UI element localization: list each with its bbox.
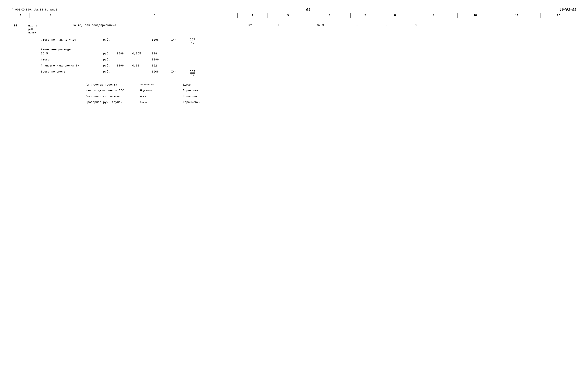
row-col8: - (385, 24, 415, 27)
th-4: 4 (237, 13, 267, 18)
row-col6: 82,9 (317, 24, 356, 27)
nakladnye-val-col9: I98 (152, 52, 171, 55)
nakladnye-header-row: Накладные расходы (41, 48, 576, 51)
vsego-row: Всего по смете руб. I508 I44 I67 67 (41, 70, 576, 77)
header-right: 19462-59 (560, 8, 576, 12)
itogo-pp-fraction: I67 67 (190, 38, 195, 45)
row-col7: - (356, 24, 385, 27)
th-3: 3 (71, 13, 237, 18)
th-7: 7 (351, 13, 380, 18)
signatures-block: Гл.инженер проекта ~~~~~~~~ Думан Нач. о… (12, 83, 576, 104)
vsego-unit: руб. (103, 70, 117, 73)
vsego-fraction: I67 67 (190, 70, 195, 77)
itogo-unit: руб. (103, 58, 117, 61)
page-header: Г 903-I-I99. Ал.I3.8, кн.2 –69– 19462-59 (12, 8, 576, 12)
header-center: –69– (304, 8, 313, 12)
th-6: 6 (309, 13, 351, 18)
row-reference: Ц.Iч.I р.Ш п.8I9 (28, 24, 72, 35)
itogo-pp-col11: I67 67 (185, 38, 200, 45)
sig-title-1: Гл.инженер проекта (86, 83, 140, 87)
th-8: 8 (380, 13, 410, 18)
header-left: Г 903-I-I99. Ал.I3.8, кн.2 (12, 8, 57, 11)
vsego-col9: I508 (152, 70, 171, 73)
planovye-col5: I396 (117, 64, 132, 68)
row-unit: шт. (249, 24, 278, 27)
sig-sign-3: Алин (140, 95, 183, 98)
row-number: I4 (14, 24, 28, 27)
content-area: I4 Ц.Iч.I р.Ш п.8I9 То же, для дождеприе… (12, 24, 576, 77)
sig-name-2: Ворожцова (183, 89, 199, 92)
th-2: 2 (29, 13, 71, 18)
table-header-row: 1 2 3 4 5 6 7 8 9 10 11 12 (12, 13, 576, 18)
summary-itogo-pp: Итого по п.п. I ÷ I4 руб. II98 I44 I67 6… (41, 38, 576, 45)
vsego-col11: I67 67 (185, 70, 200, 77)
sig-name-1: Думан (183, 83, 192, 87)
itogo-col9: I396 (152, 58, 171, 61)
th-9: 9 (410, 13, 457, 18)
sig-sign-4: Марис (140, 100, 183, 104)
row-col5: I (278, 24, 317, 27)
main-table: 1 2 3 4 5 6 7 8 9 10 11 12 (12, 13, 576, 18)
sig-sign-1: ~~~~~~~~ (140, 83, 183, 86)
sig-title-4: Проверила рук. группы (86, 101, 140, 104)
planovye-row: Плановые накопления 8% руб. I396 0,08 II… (41, 64, 576, 68)
sig-row-2: Нач. отдела смет и ПОС Вороненов Ворожцо… (86, 89, 576, 92)
sig-title-3: Составила ст. инженер (86, 95, 140, 98)
sig-title-2: Нач. отдела смет и ПОС (86, 89, 140, 92)
row-description: То же, для дождеприемника (72, 24, 249, 27)
nakladnye-value-row: I6,5 руб. II98 0,I65 I98 (41, 52, 576, 55)
vsego-label: Всего по смете (41, 70, 103, 73)
planovye-unit: руб. (103, 64, 117, 68)
vsego-col10: I44 (171, 70, 185, 73)
sig-name-4: Тарашкевич (183, 101, 200, 104)
nakladnye-val-unit: руб. (103, 52, 117, 55)
th-5: 5 (267, 13, 309, 18)
itogo-pp-col9: II98 (152, 38, 171, 42)
nakladnye-val-label: I6,5 (41, 52, 103, 55)
nakladnye-val-col5: II98 (117, 52, 132, 55)
planovye-label: Плановые накопления 8% (41, 64, 103, 68)
itogo-pp-unit: руб. (103, 38, 117, 42)
sig-name-3: Клименко (183, 95, 197, 98)
sig-row-1: Гл.инженер проекта ~~~~~~~~ Думан (86, 83, 576, 87)
itogo-pp-label: Итого по п.п. I ÷ I4 (41, 38, 103, 42)
planovye-col9: II2 (152, 64, 171, 68)
nakladnye-header-label: Накладные расходы (41, 48, 103, 51)
planovye-col6: 0,08 (132, 64, 148, 68)
itogo-label: Итого (41, 58, 103, 61)
itogo-row: Итого руб. I396 (41, 58, 576, 61)
row-col9: 83 (415, 24, 464, 27)
main-data-row: I4 Ц.Iч.I р.Ш п.8I9 То же, для дождеприе… (14, 24, 576, 35)
sig-row-4: Проверила рук. группы Марис Тарашкевич (86, 100, 576, 104)
th-1: 1 (12, 13, 30, 18)
summary-block: Итого по п.п. I ÷ I4 руб. II98 I44 I67 6… (14, 38, 576, 77)
th-10: 10 (457, 13, 493, 18)
sig-row-3: Составила ст. инженер Алин Клименко (86, 95, 576, 98)
itogo-pp-col10: I44 (171, 38, 185, 42)
th-11: 11 (493, 13, 540, 18)
nakladnye-val-col6: 0,I65 (132, 52, 148, 55)
sig-sign-2: Вороненов (140, 89, 183, 92)
th-12: 12 (540, 13, 576, 18)
